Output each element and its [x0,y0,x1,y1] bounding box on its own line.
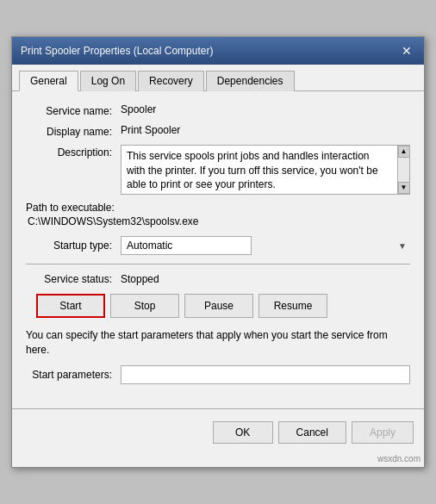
display-name-label: Display name: [26,124,121,138]
path-row: Path to executable: C:\WINDOWS\System32\… [26,202,410,227]
close-button[interactable]: ✕ [398,42,415,59]
display-name-row: Display name: Print Spooler [26,124,410,138]
tab-general[interactable]: General [19,71,78,91]
description-text: This service spools print jobs and handl… [127,149,404,192]
window-title: Print Spooler Properties (Local Computer… [21,45,213,57]
params-row: Start parameters: [26,365,410,384]
description-label: Description: [26,145,121,159]
startup-select-wrapper: Automatic Automatic (Delayed Start) Manu… [121,236,410,255]
start-button[interactable]: Start [36,294,105,318]
tab-recovery[interactable]: Recovery [138,71,204,91]
cancel-button[interactable]: Cancel [278,421,346,444]
display-name-value: Print Spooler [121,124,410,136]
startup-type-select[interactable]: Automatic Automatic (Delayed Start) Manu… [121,236,252,255]
description-row: Description: This service spools print j… [26,145,410,195]
status-label: Service status: [26,273,121,285]
apply-button[interactable]: Apply [352,421,414,444]
description-scrollbar: ▲ ▼ [397,146,409,194]
tab-dependencies[interactable]: Dependencies [206,71,295,91]
window: Print Spooler Properties (Local Computer… [11,36,425,469]
resume-button[interactable]: Resume [258,294,327,318]
stop-button[interactable]: Stop [110,294,179,318]
dialog-buttons: OK Cancel Apply [12,416,424,452]
status-row: Service status: Stopped [26,273,410,285]
ok-button[interactable]: OK [213,421,273,444]
tab-bar: General Log On Recovery Dependencies [12,65,424,91]
service-name-label: Service name: [26,103,121,117]
divider-1 [26,264,410,264]
scroll-down-arrow[interactable]: ▼ [398,182,410,194]
params-input[interactable] [121,365,410,384]
hint-text: You can specify the start parameters tha… [26,328,410,358]
status-value: Stopped [121,273,159,285]
tab-content: Service name: Spooler Display name: Prin… [12,91,424,409]
description-box: This service spools print jobs and handl… [121,145,410,195]
service-name-value: Spooler [121,103,410,115]
pause-button[interactable]: Pause [184,294,253,318]
tab-logon[interactable]: Log On [80,71,136,91]
params-label: Start parameters: [26,369,121,381]
title-bar: Print Spooler Properties (Local Computer… [12,37,424,65]
select-arrow-icon: ▼ [398,240,407,250]
service-name-row: Service name: Spooler [26,103,410,117]
startup-label: Startup type: [26,240,121,252]
path-value: C:\WINDOWS\System32\spoolsv.exe [26,215,410,227]
watermark: wsxdn.com [12,452,424,467]
scroll-up-arrow[interactable]: ▲ [398,146,410,158]
startup-row: Startup type: Automatic Automatic (Delay… [26,236,410,255]
service-buttons-row: Start Stop Pause Resume [26,294,410,318]
path-label: Path to executable: [26,202,410,214]
bottom-divider [12,408,424,409]
